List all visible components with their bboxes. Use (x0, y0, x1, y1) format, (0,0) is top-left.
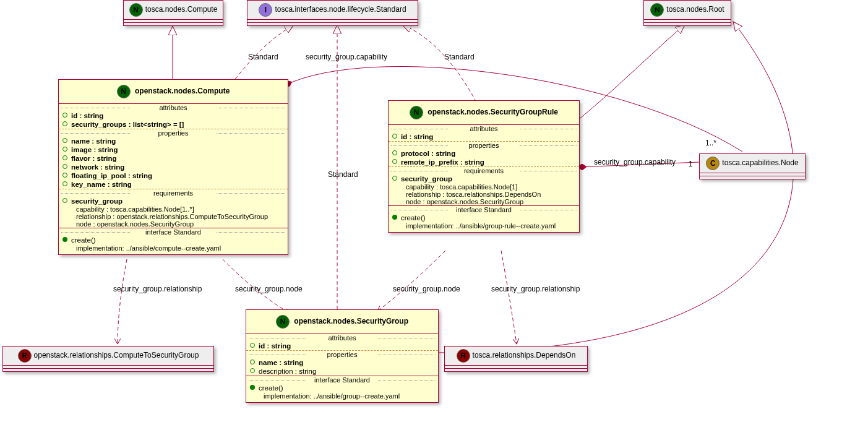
edge-label-sg-cap: security_group.capability (594, 158, 676, 166)
sgrule-req-rel: relationship : tosca.relationships.Depen… (389, 191, 579, 198)
compute-req-name: security_group (71, 197, 122, 205)
sgrule-req-node: node : openstack.nodes.SecurityGroup (389, 198, 579, 205)
section-requirements: requirements (389, 166, 579, 174)
compute-prop-keyname: key_name : string (71, 181, 132, 188)
tosca-root-label: tosca.nodes.Root (666, 5, 724, 14)
compute-attr-id: id : string (71, 112, 103, 119)
section-properties: properties (389, 141, 579, 149)
section-attributes: attributes (59, 104, 288, 111)
sgrule-req-cap: capability : tosca.capabilities.Node[1] (389, 183, 579, 191)
sgrule-title: openstack.nodes.SecurityGroupRule (428, 108, 558, 116)
compute-req-rel: relationship : openstack.relationships.C… (59, 213, 288, 220)
section-attributes: attributes (246, 334, 438, 342)
section-properties: properties (246, 350, 438, 358)
sgrule-iface-create: create() (401, 214, 426, 222)
compute-prop-network: network : string (71, 163, 124, 171)
compute-prop-fip: floating_ip_pool : string (71, 172, 152, 179)
sg-iface-create: create() (259, 384, 283, 392)
compute-req-node: node : openstack.nodes.SecurityGroup (59, 220, 288, 228)
edge-label-standard: Standard (248, 53, 278, 61)
capability-stereotype-icon: C (706, 157, 720, 170)
sgrule-attr-id: id : string (401, 133, 433, 140)
tosca-capabilities-node-box: Ctosca.capabilities.Node (699, 153, 806, 179)
rel-c2sg-box: Ropenstack.relationships.ComputeToSecuri… (2, 346, 214, 372)
node-stereotype-icon: N (410, 106, 423, 119)
edge-label-mult: 1 (689, 160, 693, 168)
relationship-stereotype-icon: R (18, 349, 32, 363)
tosca-lifecycle-box: Itosca.interfaces.node.lifecycle.Standar… (247, 0, 418, 26)
tosca-root-box: Ntosca.nodes.Root (643, 0, 731, 26)
edge-label-standard: Standard (444, 53, 475, 61)
sg-iface-impl: implementation: ../ansible/group--create… (246, 392, 438, 402)
compute-attr-sg: security_groups : list<string> = [] (71, 121, 184, 128)
openstack-compute-box: N openstack.nodes.Compute attributes id … (58, 79, 288, 255)
tosca-capability-label: tosca.capabilities.Node (722, 158, 798, 167)
rel-dependson-label: tosca.relationships.DependsOn (473, 351, 576, 360)
edge-label-standard: Standard (328, 170, 358, 179)
edge-label-sg-rel: security_group.relationship (491, 285, 580, 293)
section-interface: interface Standard (389, 206, 579, 213)
sg-prop-desc: description : string (259, 368, 316, 375)
node-stereotype-icon: N (117, 85, 131, 98)
sg-prop-name: name : string (259, 359, 303, 366)
interface-stereotype-icon: I (259, 3, 272, 17)
openstack-sg-box: N openstack.nodes.SecurityGroup attribut… (246, 309, 439, 403)
tosca-nodes-compute-box: Ntosca.nodes.Compute (123, 0, 223, 26)
section-requirements: requirements (59, 189, 288, 197)
edge-label-sg-rel: security_group.relationship (113, 285, 202, 293)
sg-title: openstack.nodes.SecurityGroup (294, 317, 408, 325)
compute-prop-name: name : string (71, 137, 116, 145)
compute-prop-image: image : string (71, 146, 118, 153)
node-stereotype-icon: N (650, 3, 664, 17)
openstack-sgrule-box: N openstack.nodes.SecurityGroupRule attr… (388, 100, 580, 233)
section-attributes: attributes (389, 125, 579, 132)
sg-attr-id: id : string (259, 342, 291, 350)
edge-label-sg-node: security_group.node (393, 285, 460, 293)
edge-label-mult: 1..* (705, 139, 716, 147)
tosca-compute-label: tosca.nodes.Compute (145, 5, 218, 14)
sgrule-req-name: security_group (401, 175, 452, 183)
node-stereotype-icon: N (276, 315, 290, 329)
relationship-stereotype-icon: R (457, 349, 470, 363)
node-stereotype-icon: N (129, 3, 143, 17)
compute-prop-flavor: flavor : string (71, 155, 116, 162)
edge-label-sg-cap: security_group.capability (306, 53, 387, 61)
compute-iface-create: create() (71, 236, 96, 244)
edge-label-sg-node: security_group.node (235, 285, 303, 293)
rel-dependson-box: Rtosca.relationships.DependsOn (444, 346, 588, 372)
compute-req-cap: capability : tosca.capabilities.Node[1..… (59, 205, 288, 213)
sgrule-prop-protocol: protocol : string (401, 150, 455, 157)
rel-c2sg-label: openstack.relationships.ComputeToSecurit… (34, 351, 199, 360)
sgrule-prop-remote: remote_ip_prefix : string (401, 158, 484, 166)
section-interface: interface Standard (246, 376, 438, 384)
tosca-lifecycle-label: tosca.interfaces.node.lifecycle.Standard (275, 5, 406, 14)
sgrule-iface-impl: implementation: ../ansible/group-rule--c… (389, 222, 579, 232)
section-properties: properties (59, 129, 288, 137)
section-interface: interface Standard (59, 228, 288, 236)
compute-title: openstack.nodes.Compute (135, 87, 230, 95)
compute-iface-impl: implementation: ../ansible/compute--crea… (59, 244, 288, 254)
